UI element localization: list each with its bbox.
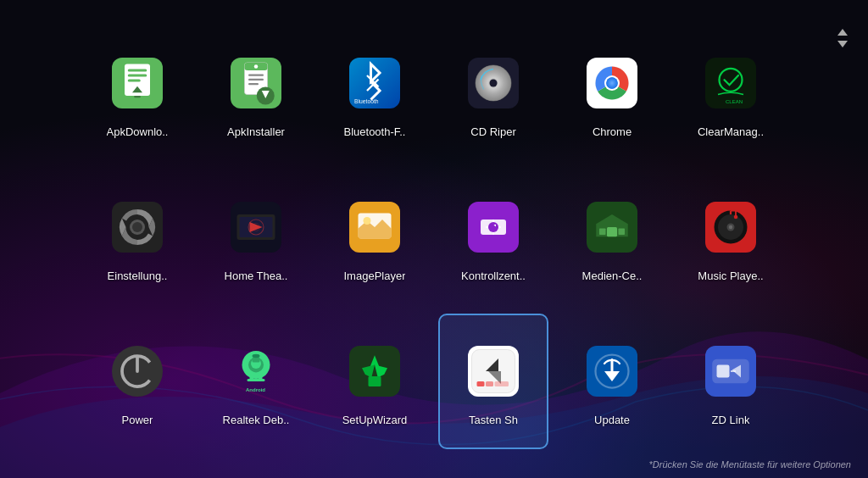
app-icon-musicplaye — [697, 193, 765, 261]
svg-rect-88 — [495, 381, 509, 386]
app-grid: ApkDownlo.. ApkInstaller Bluetooth Bluet… — [34, 25, 834, 449]
svg-rect-95 — [717, 364, 730, 377]
svg-point-10 — [254, 64, 259, 69]
svg-point-23 — [490, 79, 498, 86]
app-item-homethea[interactable]: Home Thea.. — [201, 170, 311, 305]
app-label-bluetooth-f: Bluetooth-F.. — [344, 125, 406, 138]
app-icon-tasten — [459, 337, 527, 405]
app-item-medience[interactable]: Medien-Ce.. — [557, 170, 667, 305]
app-icon-realtek: Android — [222, 337, 290, 405]
app-item-apkinstaller[interactable]: ApkInstaller — [201, 25, 311, 161]
app-label-realtek: Realtek Deb.. — [223, 414, 290, 426]
svg-rect-13 — [248, 83, 259, 85]
app-label-power: Power — [122, 414, 153, 426]
app-label-kontrollzent: Kontrollzent.. — [461, 270, 526, 282]
svg-rect-87 — [486, 381, 493, 386]
svg-point-75 — [253, 353, 260, 358]
app-icon-homethea — [222, 193, 290, 261]
app-item-realtek[interactable]: Android Realtek Deb.. — [201, 314, 311, 449]
svg-rect-11 — [248, 74, 264, 75]
svg-rect-3 — [128, 74, 147, 76]
app-item-update[interactable]: Update — [557, 314, 667, 449]
app-item-power[interactable]: Power — [82, 314, 192, 449]
app-label-einstellung: Einstellung.. — [108, 270, 168, 282]
app-item-tasten[interactable]: Tasten Sh — [438, 314, 548, 449]
app-icon-bluetooth-f: Bluetooth — [341, 49, 409, 117]
app-label-musicplaye: Music Playe.. — [698, 270, 763, 282]
svg-point-34 — [132, 222, 142, 232]
app-item-setupwizard[interactable]: SetUpWizard — [320, 314, 430, 449]
app-item-zdlink[interactable]: ZD Link — [676, 314, 786, 449]
svg-rect-86 — [477, 381, 485, 386]
app-label-update: Update — [594, 414, 630, 426]
svg-text:CLEAN: CLEAN — [726, 99, 743, 104]
app-icon-clearmanag: CLEAN — [697, 49, 765, 117]
svg-rect-55 — [619, 228, 626, 235]
svg-rect-54 — [599, 228, 606, 235]
app-label-tasten: Tasten Sh — [469, 414, 518, 426]
app-icon-apkinstaller — [222, 49, 290, 117]
app-item-musicplaye[interactable]: Music Playe.. — [676, 170, 786, 305]
svg-rect-74 — [253, 357, 260, 362]
app-icon-imageplayer — [341, 193, 409, 261]
svg-point-46 — [488, 222, 498, 232]
main-content: ApkDownlo.. ApkInstaller Bluetooth Bluet… — [0, 0, 868, 466]
app-item-apkdownlo[interactable]: ApkDownlo.. — [82, 25, 192, 161]
app-icon-setupwizard — [341, 337, 409, 405]
app-label-apkinstaller: ApkInstaller — [227, 125, 285, 138]
app-icon-cdriper — [459, 49, 527, 117]
svg-point-62 — [729, 225, 733, 229]
app-item-bluetooth-f[interactable]: Bluetooth Bluetooth-F.. — [320, 25, 430, 161]
svg-rect-77 — [349, 346, 400, 397]
app-icon-chrome — [578, 49, 646, 117]
app-label-setupwizard: SetUpWizard — [342, 414, 408, 426]
svg-rect-71 — [250, 371, 254, 381]
app-item-clearmanag[interactable]: CLEAN ClearManag.. — [676, 25, 786, 161]
app-label-apkdownlo: ApkDownlo.. — [107, 125, 169, 138]
app-icon-einstellung — [103, 193, 171, 261]
app-item-chrome[interactable]: Chrome — [557, 25, 667, 161]
svg-text:Android: Android — [246, 387, 265, 392]
app-label-imageplayer: ImagePlayer — [344, 270, 406, 282]
app-icon-update — [578, 337, 646, 405]
app-label-clearmanag: ClearManag.. — [698, 125, 764, 138]
app-item-kontrollzent[interactable]: Kontrollzent.. — [438, 170, 548, 305]
svg-point-28 — [606, 77, 618, 89]
svg-rect-73 — [248, 379, 265, 381]
app-label-cdriper: CD Riper — [470, 125, 515, 138]
app-icon-power — [103, 337, 171, 405]
svg-rect-12 — [248, 78, 264, 80]
app-item-cdriper[interactable]: CD Riper — [438, 25, 548, 161]
svg-point-61 — [734, 214, 738, 219]
app-label-medience: Medien-Ce.. — [582, 270, 643, 282]
app-item-imageplayer[interactable]: ImagePlayer — [320, 170, 430, 305]
app-icon-kontrollzent — [459, 193, 527, 261]
app-label-zdlink: ZD Link — [712, 414, 750, 426]
app-label-chrome: Chrome — [593, 125, 632, 138]
app-label-homethea: Home Thea.. — [225, 270, 288, 282]
app-item-einstellung[interactable]: Einstellung.. — [82, 170, 192, 305]
svg-rect-81 — [369, 376, 381, 386]
app-icon-zdlink — [697, 337, 765, 405]
svg-point-43 — [364, 217, 371, 225]
svg-rect-72 — [259, 371, 263, 381]
app-icon-apkdownlo — [103, 49, 171, 117]
svg-rect-6 — [134, 96, 141, 97]
svg-rect-4 — [128, 79, 141, 81]
app-icon-medience — [578, 193, 646, 261]
svg-text:Bluetooth: Bluetooth — [354, 98, 379, 104]
svg-rect-53 — [607, 227, 617, 236]
svg-rect-2 — [128, 69, 147, 71]
